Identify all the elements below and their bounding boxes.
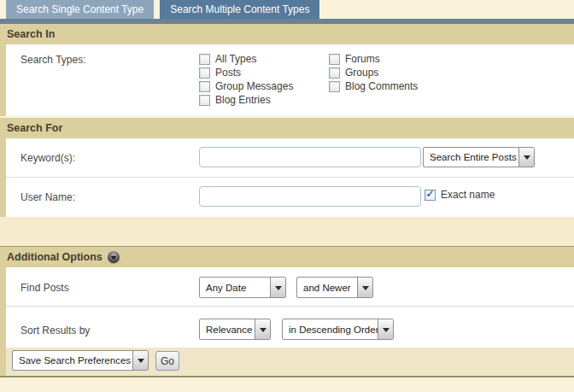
checkbox-forums[interactable]: Forums bbox=[329, 53, 380, 65]
sort-by-select[interactable]: Relevance bbox=[199, 319, 271, 340]
date-direction-select[interactable]: and Newer bbox=[296, 277, 373, 298]
checkbox-all-types[interactable]: All Types bbox=[199, 53, 256, 65]
checkbox-group-messages[interactable]: Group Messages bbox=[199, 80, 293, 92]
row-divider bbox=[6, 306, 574, 307]
checkbox-label: All Types bbox=[215, 53, 256, 65]
username-label: User Name: bbox=[20, 191, 75, 203]
checkbox-label: Forums bbox=[345, 53, 380, 65]
checkbox-icon[interactable] bbox=[199, 67, 210, 79]
checkbox-icon[interactable] bbox=[199, 95, 210, 106]
dropdown-arrow-icon[interactable] bbox=[255, 319, 270, 339]
date-selected-value: Any Date bbox=[200, 278, 270, 297]
collapse-toggle-icon[interactable] bbox=[108, 251, 120, 263]
save-preferences-selected-value: Save Search Preferences bbox=[13, 351, 132, 370]
go-button[interactable]: Go bbox=[155, 351, 179, 371]
section-header-additional-options: Additional Options bbox=[0, 246, 574, 267]
checkbox-icon[interactable] bbox=[329, 67, 340, 79]
keyword-scope-select[interactable]: Search Entire Posts bbox=[423, 147, 535, 167]
forum-search-panel: Search Single Content Type Search Multip… bbox=[0, 0, 574, 392]
search-for-title: Search For bbox=[7, 122, 62, 134]
check-icon: ✓ bbox=[425, 189, 434, 199]
checkbox-groups[interactable]: Groups bbox=[329, 67, 378, 79]
search-types-label: Search Types: bbox=[20, 54, 86, 66]
section-gap-band bbox=[0, 217, 574, 246]
checkbox-checked-icon[interactable]: ✓ bbox=[425, 190, 436, 201]
checkbox-posts[interactable]: Posts bbox=[199, 67, 241, 79]
checkbox-label: Group Messages bbox=[215, 80, 293, 92]
footer-area bbox=[0, 377, 574, 392]
checkbox-label: Groups bbox=[345, 67, 378, 79]
save-search-preferences-select[interactable]: Save Search Preferences bbox=[12, 350, 149, 371]
dropdown-arrow-icon[interactable] bbox=[518, 148, 534, 167]
checkbox-exact-name[interactable]: ✓ Exact name bbox=[425, 189, 495, 201]
tab-strip: Search Single Content Type Search Multip… bbox=[0, 0, 574, 19]
additional-options-title: Additional Options bbox=[7, 251, 102, 263]
checkbox-icon[interactable] bbox=[329, 81, 340, 92]
dropdown-arrow-icon[interactable] bbox=[357, 278, 372, 297]
tab-search-single-content-type[interactable]: Search Single Content Type bbox=[6, 0, 154, 19]
dropdown-arrow-icon[interactable] bbox=[378, 319, 393, 339]
date-direction-selected-value: and Newer bbox=[297, 278, 357, 297]
tab-search-multiple-content-types[interactable]: Search Multiple Content Types bbox=[160, 0, 319, 19]
checkbox-label: Exact name bbox=[441, 189, 495, 201]
checkbox-label: Posts bbox=[215, 67, 241, 79]
section-header-search-in: Search In bbox=[0, 24, 574, 44]
checkbox-blog-comments[interactable]: Blog Comments bbox=[329, 80, 418, 92]
sort-by-selected-value: Relevance bbox=[200, 319, 255, 339]
checkbox-blog-entries[interactable]: Blog Entries bbox=[199, 94, 271, 106]
sort-order-selected-value: in Descending Order bbox=[283, 319, 378, 339]
checkbox-icon[interactable] bbox=[199, 81, 210, 92]
username-input[interactable] bbox=[199, 186, 421, 207]
keyword-input[interactable] bbox=[199, 147, 421, 167]
search-in-title: Search In bbox=[7, 28, 55, 40]
row-divider bbox=[6, 177, 574, 178]
sort-order-select[interactable]: in Descending Order bbox=[282, 319, 394, 340]
keyword-scope-selected-value: Search Entire Posts bbox=[424, 148, 518, 167]
checkbox-label: Blog Entries bbox=[215, 94, 271, 106]
find-posts-label: Find Posts bbox=[20, 282, 69, 294]
dropdown-arrow-icon[interactable] bbox=[270, 278, 285, 297]
keyword-label: Keyword(s): bbox=[20, 152, 75, 164]
sort-results-label: Sort Results by bbox=[20, 325, 90, 336]
checkbox-icon[interactable] bbox=[199, 54, 210, 65]
checkbox-label: Blog Comments bbox=[345, 80, 418, 92]
date-select[interactable]: Any Date bbox=[199, 277, 286, 298]
dropdown-arrow-icon[interactable] bbox=[132, 351, 148, 370]
checkbox-icon[interactable] bbox=[329, 54, 340, 65]
section-header-search-for: Search For bbox=[0, 118, 574, 138]
